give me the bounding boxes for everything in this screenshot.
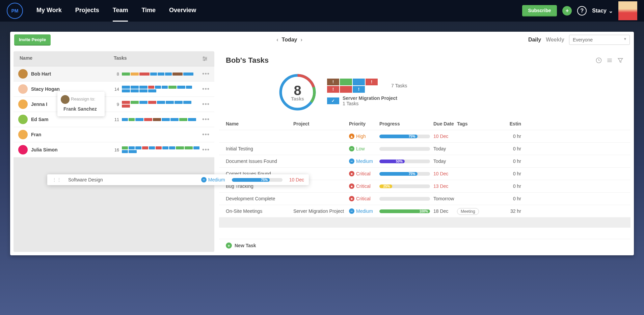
svg-point-1 <box>206 58 207 59</box>
task-name: Development Complete <box>226 196 293 201</box>
chevron-down-icon: ⌄ <box>609 8 613 14</box>
task-estimate: 0 hr <box>504 171 521 176</box>
drag-handle-icon: ⋮⋮ <box>52 177 61 182</box>
avatar <box>18 69 28 79</box>
help-button[interactable]: ? <box>577 6 587 16</box>
task-row[interactable]: ▲High 75% 10 Dec 0 hr <box>219 130 630 143</box>
drag-task-title: Software Design <box>68 177 194 182</box>
status-block[interactable]: ✓ <box>327 97 339 104</box>
task-priority: ●Critical <box>349 196 379 201</box>
task-due: 10 Dec <box>433 171 457 176</box>
dragging-task[interactable]: ⋮⋮ Software Design −Medium 75% 10 Dec <box>47 174 309 185</box>
nav-overview[interactable]: Overview <box>169 0 196 22</box>
invite-people-button[interactable]: Invite People <box>14 34 51 46</box>
task-bars <box>122 101 199 108</box>
sliders-icon[interactable] <box>606 57 613 64</box>
more-icon[interactable]: ••• <box>202 70 210 78</box>
task-row[interactable]: Document Issues Found −Medium 50% Today … <box>219 155 630 168</box>
th-progress: Progress <box>379 121 433 126</box>
settings-icon[interactable] <box>202 55 208 62</box>
team-member-name: Stacy Hogan <box>31 86 109 92</box>
clock-icon[interactable] <box>595 57 602 64</box>
task-due: Today <box>433 146 457 151</box>
task-progress: 100% <box>379 209 433 213</box>
date-label[interactable]: Today <box>282 37 297 43</box>
new-task-button[interactable]: + New Task <box>219 239 630 252</box>
status-block[interactable]: ! <box>366 79 378 85</box>
tasks-detail-panel: Bob's Tasks 8Tasks <box>219 51 630 252</box>
task-due: Tomorrow <box>433 196 457 201</box>
next-day-button[interactable]: › <box>301 37 302 43</box>
svg-point-2 <box>204 60 205 61</box>
nav-my-work[interactable]: My Work <box>36 0 62 22</box>
status-block[interactable] <box>353 79 365 85</box>
task-estimate: 32 hr <box>504 208 521 214</box>
task-due: 10 Dec <box>433 134 457 139</box>
task-name: On-Site Meetings <box>226 208 293 214</box>
status-block[interactable]: ! <box>327 86 339 93</box>
user-avatar[interactable] <box>618 1 637 20</box>
task-estimate: 0 hr <box>504 134 521 139</box>
more-icon[interactable]: ••• <box>202 116 210 123</box>
team-row[interactable]: Stacy Hogan 14 ••• <box>14 82 214 97</box>
filter-icon[interactable] <box>617 57 624 64</box>
status-block[interactable]: ! <box>327 79 339 85</box>
team-row[interactable]: Fran ••• <box>14 127 214 142</box>
new-task-label: New Task <box>235 243 256 248</box>
user-menu[interactable]: Stacy ⌄ <box>592 8 613 14</box>
task-progress <box>379 147 433 151</box>
more-icon[interactable]: ••• <box>202 131 210 138</box>
more-icon[interactable]: ••• <box>202 146 210 153</box>
date-navigator: ‹ Today › <box>276 37 302 43</box>
nav-projects[interactable]: Projects <box>75 0 99 22</box>
avatar <box>18 115 28 124</box>
status-group: !!!!7 Tasks <box>327 79 407 93</box>
team-filter-select[interactable]: Everyone <box>569 35 630 45</box>
reassign-target-name: Frank Sanchez <box>63 106 99 112</box>
task-estimate: 0 hr <box>504 159 521 164</box>
team-list-panel: Name Tasks Bob Hart 8 ••• Stacy Hogan 14… <box>14 51 214 252</box>
status-block[interactable] <box>340 79 352 85</box>
status-block[interactable]: ! <box>353 86 365 93</box>
topbar: PM My WorkProjectsTeamTimeOverview Subsc… <box>0 0 644 22</box>
task-row[interactable]: On-Site Meetings Server Migration Projec… <box>219 205 630 218</box>
nav-team[interactable]: Team <box>113 0 128 22</box>
more-icon[interactable]: ••• <box>202 101 210 108</box>
task-name: Initial Testing <box>226 146 293 151</box>
more-icon[interactable]: ••• <box>202 86 210 93</box>
task-priority: ▲High <box>349 134 379 139</box>
team-row[interactable]: Bob Hart 8 ••• <box>14 66 214 82</box>
task-tags: Meeting <box>457 208 504 214</box>
column-header-name: Name <box>20 55 114 62</box>
avatar <box>61 95 70 104</box>
team-row[interactable]: Jenna I 9 ••• Reassign to: Frank Sanchez <box>14 97 214 112</box>
task-bars <box>122 118 199 121</box>
prev-day-button[interactable]: ‹ <box>276 37 278 43</box>
task-due: 13 Dec <box>433 183 457 189</box>
task-progress <box>379 197 433 201</box>
team-row[interactable]: Julia Simon 16 ••• <box>14 142 214 158</box>
task-count: 11 <box>109 117 119 122</box>
th-name: Name <box>226 121 293 126</box>
add-button[interactable]: + <box>562 6 572 16</box>
column-header-tasks: Tasks <box>114 55 198 62</box>
task-progress: 25% <box>379 184 433 188</box>
task-estimate: 0 hr <box>504 146 521 151</box>
reassign-popup[interactable]: Reassign to: Frank Sanchez <box>57 92 105 116</box>
task-donut-chart: 8Tasks <box>278 73 317 112</box>
status-block[interactable] <box>340 86 352 93</box>
task-priority: ●Critical <box>349 183 379 189</box>
team-row[interactable]: Ed Sam 11 ••• <box>14 112 214 127</box>
drag-task-progress: 75% <box>232 178 283 182</box>
drag-task-priority: −Medium <box>201 177 225 182</box>
team-member-name: Ed Sam <box>31 117 109 122</box>
svg-point-0 <box>203 57 204 58</box>
th-est: Estin <box>504 121 521 126</box>
task-row[interactable]: Initial Testing −Low Today 0 hr <box>219 143 630 155</box>
task-row[interactable]: Development Complete ●Critical Tomorrow … <box>219 193 630 205</box>
subscribe-button[interactable]: Subscribe <box>522 5 557 17</box>
task-project: Server Migration Project <box>293 208 349 214</box>
weekly-toggle[interactable]: Weekly <box>546 37 564 43</box>
nav-time[interactable]: Time <box>141 0 156 22</box>
daily-toggle[interactable]: Daily <box>528 37 541 43</box>
